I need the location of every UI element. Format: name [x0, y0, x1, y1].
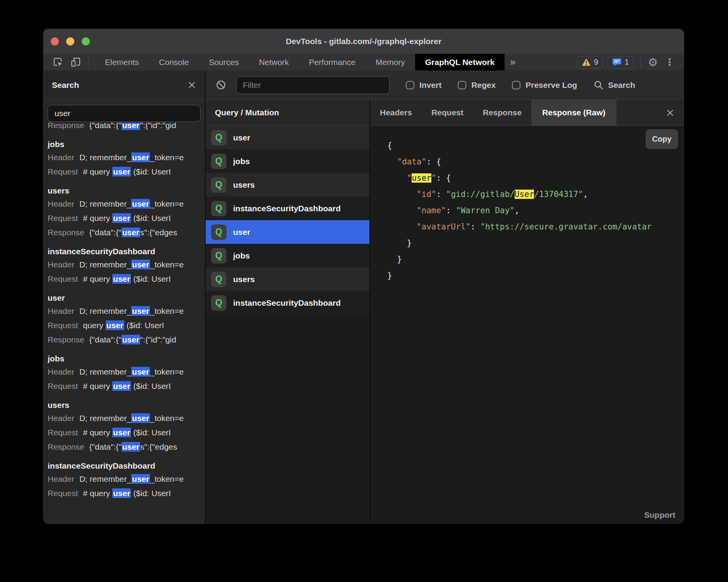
text-segment: # query [83, 167, 112, 176]
filter-bar: Invert Regex Preserve Log Search [206, 70, 684, 100]
result-line-label: Request [48, 489, 78, 498]
highlighted-match: user [131, 199, 150, 209]
search-result-line[interactable]: Response{"data":{"user":{"id":"gid [48, 332, 205, 347]
tab-sources[interactable]: Sources [199, 54, 249, 70]
device-toolbar-icon[interactable] [69, 56, 82, 69]
highlighted-match: user [131, 306, 150, 316]
search-result-line[interactable]: Request# query user ($id: UserI [48, 486, 205, 500]
text-segment: s":{"edges [140, 228, 177, 237]
text-segment: {"data":{" [89, 442, 122, 451]
search-result-line[interactable]: HeaderD; remember_user_token=e [48, 257, 205, 272]
invert-checkbox[interactable]: Invert [406, 80, 441, 90]
query-list-item[interactable]: Qjobs [206, 244, 369, 267]
search-result-line[interactable]: HeaderD; remember_user_token=e [48, 411, 205, 425]
text-segment: _token=e [150, 153, 184, 162]
search-result-line[interactable]: Response{"data":{"user":{"id":"gid [48, 123, 205, 132]
query-list-item[interactable]: Qusers [206, 267, 369, 291]
text-segment: D; remember_ [79, 414, 131, 423]
search-result-line[interactable]: Requestquery user ($id: UserI [48, 318, 205, 332]
query-list-item[interactable]: Qusers [206, 173, 369, 197]
text-segment: query [83, 321, 105, 330]
support-link[interactable]: Support [644, 510, 675, 520]
search-result-line[interactable]: Request# query user ($id: UserI [48, 379, 205, 393]
detail-tab-response[interactable]: Response [473, 100, 531, 125]
text-segment: # query [83, 274, 112, 283]
close-search-icon[interactable] [187, 80, 196, 89]
result-line-label: Request [48, 167, 78, 176]
more-tabs-chevron[interactable]: » [510, 56, 515, 68]
query-list-item[interactable]: QinstanceSecurityDashboard [206, 291, 369, 315]
search-result-line[interactable]: HeaderD; remember_user_token=e [48, 472, 205, 486]
search-result-line[interactable]: HeaderD; remember_user_token=e [48, 365, 205, 379]
query-list-item[interactable]: Quser [206, 126, 369, 149]
tab-graphql-network[interactable]: GraphQL Network [415, 54, 505, 70]
query-name: jobs [233, 251, 250, 260]
text-segment: D; remember_ [79, 474, 131, 483]
detail-tab-request[interactable]: Request [422, 100, 473, 125]
highlighted-match: user [112, 488, 131, 498]
highlighted-match: user [131, 260, 150, 269]
text-segment: : [436, 173, 446, 183]
filter-input[interactable] [236, 76, 390, 94]
search-result-line[interactable]: HeaderD; remember_user_token=e [48, 197, 205, 211]
settings-gear-icon[interactable]: ⚙ [648, 56, 658, 69]
query-type-badge: Q [211, 248, 227, 264]
warnings-badge[interactable]: 9 [577, 56, 603, 68]
search-result-line[interactable]: Response{"data":{"users":{"edges [48, 440, 205, 454]
json-line: { [387, 137, 684, 154]
search-input[interactable] [48, 105, 201, 122]
tab-network[interactable]: Network [249, 54, 299, 70]
text-segment: s":{"edges [140, 442, 177, 451]
regex-checkbox[interactable]: Regex [458, 80, 496, 90]
search-result-line[interactable]: Request# query user ($id: UserI [48, 425, 205, 440]
checkbox-icon [406, 81, 414, 89]
query-list-item[interactable]: Qjobs [206, 149, 369, 173]
close-detail-icon[interactable] [666, 108, 684, 117]
query-list-item[interactable]: QinstanceSecurityDashboard [206, 197, 369, 220]
result-line-label: Request [48, 428, 78, 437]
text-segment: "https://secure.gravatar.com/avatar [480, 222, 652, 231]
search-result-line[interactable]: Request# query user ($id: UserI [48, 272, 205, 286]
text-segment: "avatarUrl" [417, 222, 470, 231]
result-line-label: Header [48, 260, 74, 269]
toolbar-right: 9 1 ⚙ ⋮ [577, 56, 684, 69]
search-result-line[interactable]: HeaderD; remember_user_token=e [48, 150, 205, 164]
text-segment: ($id: UserI [131, 274, 171, 283]
text-segment: , [515, 206, 520, 215]
tab-performance[interactable]: Performance [299, 54, 366, 70]
search-result-line[interactable]: Request# query user ($id: UserI [48, 164, 205, 179]
detail-tab-headers[interactable]: Headers [370, 100, 422, 125]
preserve-log-checkbox[interactable]: Preserve Log [512, 80, 577, 90]
text-segment: { [387, 141, 392, 150]
title-bar: DevTools - gitlab.com/-/graphql-explorer [43, 29, 684, 54]
result-group-header: instanceSecurityDashboard [48, 246, 205, 257]
query-name: user [233, 228, 250, 237]
search-result-line[interactable]: Request# query user ($id: UserI [48, 211, 205, 225]
tab-memory[interactable]: Memory [366, 54, 415, 70]
text-segment: : [436, 190, 446, 199]
text-segment: D; remember_ [79, 153, 131, 162]
toolbar-divider [640, 57, 641, 67]
search-result-line[interactable]: HeaderD; remember_user_token=e [48, 304, 205, 318]
detail-tab-response-raw[interactable]: Response (Raw) [531, 100, 616, 125]
issues-badge[interactable]: 1 [608, 56, 634, 68]
result-line-label: Header [48, 367, 74, 376]
clear-log-icon[interactable] [216, 80, 226, 90]
inspect-element-icon[interactable] [51, 56, 64, 69]
result-line-label: Response [48, 228, 84, 237]
invert-label: Invert [419, 80, 441, 90]
tab-elements[interactable]: Elements [95, 54, 149, 70]
highlighted-match: user [122, 123, 140, 130]
search-result-line[interactable]: Response{"data":{"users":{"edges [48, 225, 205, 240]
json-line: } [387, 235, 684, 251]
json-line: "avatarUrl": "https://secure.gravatar.co… [387, 219, 684, 235]
kebab-menu-icon[interactable]: ⋮ [663, 56, 677, 68]
result-line-label: Header [48, 306, 74, 315]
text-segment: { [446, 173, 451, 183]
tab-console[interactable]: Console [149, 54, 199, 70]
toggle-search-button[interactable]: Search [593, 80, 635, 90]
copy-button[interactable]: Copy [646, 129, 678, 149]
query-type-badge: Q [211, 272, 227, 287]
highlighted-match: user [131, 413, 150, 423]
query-list-item[interactable]: Quser [206, 220, 369, 244]
